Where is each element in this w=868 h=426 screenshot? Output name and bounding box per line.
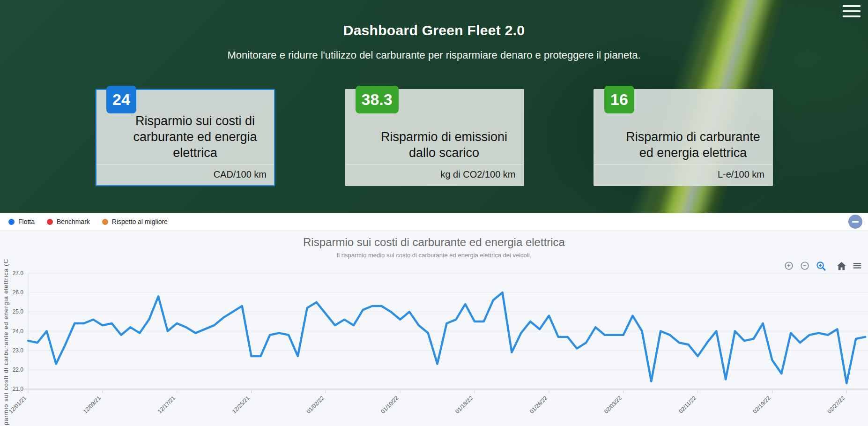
kpi-card-unit: CAD/100 km: [96, 164, 274, 185]
y-axis-tick-label: 27.0: [13, 270, 24, 277]
header: Dashboard Green Fleet 2.0 Monitorare e r…: [0, 0, 868, 213]
y-axis-title: Risparmio sui costi di carburante ed ene…: [2, 259, 9, 426]
chart-menu-icon[interactable]: [851, 260, 863, 272]
y-axis-tick-label: 25.0: [13, 308, 24, 315]
kpi-card-fuel-savings[interactable]: 16 Risparmio di carburante ed energia el…: [594, 89, 773, 186]
x-axis-tick-label: 01/02/22: [305, 395, 326, 415]
x-axis-tick-label: 02/11/22: [677, 395, 697, 415]
collapse-panel-button[interactable]: [848, 215, 862, 229]
home-reset-icon[interactable]: [835, 260, 847, 272]
y-axis-tick-label: 26.0: [13, 289, 24, 296]
legend-label: Flotta: [18, 218, 35, 225]
y-axis-tick-label: 24.0: [13, 328, 24, 335]
y-axis-tick-label: 22.0: [13, 366, 24, 373]
x-axis-line: [23, 389, 868, 390]
legend-item-benchmark[interactable]: Benchmark: [47, 218, 90, 225]
chart-legend-bar: Flotta Benchmark Rispetto al migliore: [0, 213, 868, 231]
kpi-card-emissions-savings[interactable]: 38.3 Risparmio di emissioni dallo scaric…: [345, 89, 524, 186]
line-chart-plot[interactable]: 27.026.025.024.023.022.021.012/01/2112/0…: [0, 231, 868, 426]
legend-label: Benchmark: [57, 218, 90, 225]
kpi-cards-row: 24 Risparmio sui costi di carburante ed …: [96, 89, 773, 186]
x-axis-tick-label: 01/26/22: [528, 395, 549, 415]
legend-label: Rispetto al migliore: [112, 218, 168, 225]
x-axis-tick-label: 01/10/22: [379, 395, 400, 415]
chart-section: 27.026.025.024.023.022.021.012/01/2112/0…: [0, 231, 868, 426]
kpi-value-badge: 38.3: [356, 86, 399, 113]
kpi-value-badge: 16: [604, 86, 634, 113]
x-axis-tick-label: 02/03/22: [603, 395, 623, 415]
x-axis-tick-label: 02/19/22: [752, 395, 772, 415]
legend-item-rispetto-al-migliore[interactable]: Rispetto al migliore: [102, 218, 168, 225]
y-axis-tick-label: 23.0: [13, 347, 24, 354]
selection-zoom-icon[interactable]: [815, 260, 827, 272]
legend-dot-migliore: [102, 219, 108, 225]
kpi-card-unit: kg di CO2/100 km: [346, 164, 523, 185]
kpi-card-cost-savings[interactable]: 24 Risparmio sui costi di carburante ed …: [96, 89, 275, 186]
zoom-out-icon[interactable]: [799, 260, 811, 272]
legend-item-flotta[interactable]: Flotta: [8, 218, 35, 225]
x-axis-tick-label: 12/01/21: [7, 395, 28, 415]
y-axis-tick-label: 21.0: [13, 386, 24, 392]
legend-dot-benchmark: [47, 219, 53, 225]
kpi-value-badge: 24: [106, 86, 136, 113]
kpi-card-unit: L-e/100 km: [594, 164, 772, 185]
hamburger-menu-icon[interactable]: [843, 4, 861, 19]
legend-dot-flotta: [8, 219, 15, 225]
x-axis-tick-label: 12/25/21: [231, 395, 251, 415]
x-axis-tick-label: 12/17/21: [156, 395, 177, 415]
x-axis-tick-label: 12/09/21: [82, 395, 102, 415]
zoom-in-icon[interactable]: [783, 260, 795, 272]
x-axis-tick-label: 02/27/22: [826, 395, 846, 415]
x-axis-tick-label: 01/18/22: [454, 395, 474, 415]
chart-toolbar: [779, 260, 863, 272]
